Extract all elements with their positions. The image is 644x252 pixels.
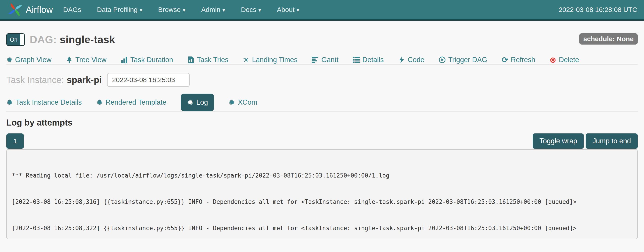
task-instance-name: spark-pi	[67, 75, 102, 85]
link-landing-times[interactable]: ✈ Landing Times	[243, 55, 298, 64]
nav-item-about[interactable]: About ▾	[277, 6, 299, 13]
page-title: DAG: single-task	[30, 33, 115, 46]
link-delete[interactable]: ⊗ Delete	[550, 55, 579, 64]
delete-circle-icon: ⊗	[550, 55, 556, 64]
navbar-menu: DAGs Data Profiling ▾ Browse ▾ Admin ▾ D…	[63, 6, 299, 13]
airflow-brand[interactable]: Airflow	[7, 1, 53, 18]
log-output[interactable]: *** Reading local file: /usr/local/airfl…	[6, 149, 638, 239]
navbar: Airflow DAGs Data Profiling ▾ Browse ▾ A…	[0, 0, 644, 21]
dag-header: On DAG: single-task schedule: None	[6, 33, 638, 46]
link-graph-view[interactable]: ✹ Graph View	[6, 56, 52, 64]
tab-rendered-template[interactable]: ✹ Rendered Template	[96, 98, 166, 107]
tab-task-instance-details[interactable]: ✹ Task Instance Details	[6, 98, 82, 107]
log-line: [2022-03-08 16:25:08,316] {{taskinstance…	[12, 198, 632, 206]
log-section-heading: Log by attempts	[6, 118, 638, 127]
link-details[interactable]: Details	[353, 56, 384, 64]
caret-down-icon: ▾	[296, 7, 299, 13]
nav-item-dags[interactable]: DAGs	[63, 6, 81, 13]
tab-log[interactable]: ✹ Log	[181, 94, 214, 111]
link-tree-view[interactable]: Tree View	[66, 56, 106, 64]
bar-chart-icon	[121, 56, 128, 63]
jump-to-end-button[interactable]: Jump to end	[586, 133, 638, 149]
dag-view-nav: ✹ Graph View Tree View Task Duration Tas…	[6, 55, 638, 64]
airflow-logo-icon	[7, 1, 24, 18]
certificate-icon: ✹	[6, 99, 13, 106]
schedule-badge: schedule: None	[579, 33, 638, 45]
divider	[6, 64, 638, 65]
tree-icon	[66, 56, 72, 63]
log-line: *** Reading local file: /usr/local/airfl…	[12, 171, 632, 180]
task-instance-label: Task Instance:	[6, 75, 64, 85]
divider	[6, 111, 638, 112]
caret-down-icon: ▾	[222, 7, 225, 13]
link-code[interactable]: Code	[398, 56, 424, 64]
spacer	[24, 133, 531, 149]
bolt-icon	[398, 56, 405, 63]
refresh-icon: ⟳	[502, 55, 508, 64]
align-left-icon	[312, 56, 318, 63]
link-refresh[interactable]: ⟳ Refresh	[502, 55, 535, 64]
log-line: [2022-03-08 16:25:08,322] {{taskinstance…	[12, 224, 632, 233]
link-trigger-dag[interactable]: Trigger DAG	[439, 56, 487, 64]
link-task-duration[interactable]: Task Duration	[121, 56, 173, 64]
plane-icon: ✈	[240, 54, 252, 65]
toggle-knob	[20, 34, 24, 45]
toggle-on-label: On	[7, 34, 20, 45]
link-task-tries[interactable]: Task Tries	[188, 56, 229, 64]
file-chart-icon	[188, 56, 194, 63]
caret-down-icon: ▾	[258, 7, 261, 13]
dag-prefix: DAG:	[30, 34, 57, 45]
certificate-icon: ✹	[187, 99, 194, 106]
task-instance-row: Task Instance: spark-pi	[6, 73, 638, 87]
task-instance-tabs: ✹ Task Instance Details ✹ Rendered Templ…	[6, 94, 638, 111]
certificate-icon: ✹	[228, 99, 235, 106]
link-gantt[interactable]: Gantt	[312, 56, 338, 64]
attempt-tab-1[interactable]: 1	[6, 133, 24, 149]
nav-item-browse[interactable]: Browse ▾	[158, 6, 185, 13]
brand-title: Airflow	[26, 5, 53, 15]
list-icon	[353, 56, 360, 63]
dag-name: single-task	[60, 34, 115, 45]
play-circle-icon	[439, 56, 446, 63]
nav-item-admin[interactable]: Admin ▾	[201, 6, 225, 13]
dag-pause-toggle[interactable]: On	[6, 33, 25, 46]
nav-item-data-profiling[interactable]: Data Profiling ▾	[97, 6, 142, 13]
log-attempt-row: 1 Toggle wrap Jump to end	[6, 133, 638, 149]
toggle-wrap-button[interactable]: Toggle wrap	[532, 133, 584, 149]
caret-down-icon: ▾	[140, 7, 142, 13]
caret-down-icon: ▾	[183, 7, 185, 13]
certificate-icon: ✹	[96, 99, 102, 106]
nav-item-docs[interactable]: Docs ▾	[241, 6, 261, 13]
execution-date-input[interactable]	[107, 73, 190, 87]
certificate-icon: ✹	[6, 56, 12, 63]
tab-xcom[interactable]: ✹ XCom	[228, 98, 257, 107]
utc-clock: 2022-03-08 16:28:08 UTC	[558, 6, 637, 13]
